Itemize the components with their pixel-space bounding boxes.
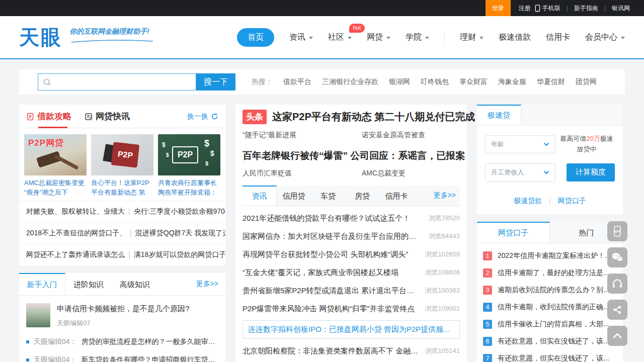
hot-search-link[interactable]: 海象金服 bbox=[498, 77, 526, 86]
sub-headline-link[interactable]: 诺安基金原高管被查 bbox=[362, 131, 425, 140]
tab-p2p-products[interactable]: 网贷口子 bbox=[477, 222, 550, 243]
more-link[interactable]: 更多>> bbox=[434, 191, 456, 200]
nav-academy[interactable]: 学院 bbox=[406, 32, 429, 43]
ranking-item[interactable]: 5 信用卡催收上门的背后真相，大部... bbox=[477, 316, 623, 333]
customer-service-button[interactable] bbox=[607, 274, 627, 294]
tab-p2p-flash-news[interactable]: 网贷快讯 bbox=[85, 111, 130, 122]
ranking-item[interactable]: 6 有还款意愿，但实在没钱还了，该... bbox=[477, 333, 623, 350]
article-row[interactable]: 国家网信办：加大对区块链平台及衍生平台应用的监测力度 浏览64443 bbox=[243, 227, 460, 245]
tab-loan-guide[interactable]: 借款攻略 bbox=[26, 111, 71, 122]
loan-promo-text: 最高可借20万极速放贷中 bbox=[558, 134, 615, 155]
ranking-item[interactable]: 2 信用卡逾期了，最好的处理方法是... bbox=[477, 264, 623, 282]
hot-search-link[interactable]: 借款平台 bbox=[283, 77, 311, 86]
tab-house-loan[interactable]: 房贷 bbox=[345, 186, 379, 206]
app-download-button[interactable]: APP bbox=[607, 221, 627, 241]
nav-community[interactable]: 社区hot bbox=[328, 32, 352, 43]
article-row[interactable]: 2021年还能借钱的贷款平台有哪些？试试这五个！ 浏览78520 bbox=[243, 209, 460, 227]
nav-member-center[interactable]: 会员中心 bbox=[585, 32, 625, 43]
nav-home[interactable]: 首页 bbox=[237, 28, 274, 47]
guide-card-item[interactable]: P2P $ $ $ $ $ 共青农商行原董事长陶燕琴被开除党籍：以 bbox=[158, 134, 220, 198]
article-row[interactable]: 汽车抵押贷款哪里办理？申请汽车抵押贷款需要哪些条件... 浏览101251 bbox=[243, 360, 460, 362]
highlighted-article[interactable]: 连连数字拟科创板IPO：已接盘网易小贷 曾因为P2P提供服... bbox=[243, 320, 460, 339]
register-link[interactable]: 注册 bbox=[519, 4, 531, 13]
nav-credit-card[interactable]: 信用卡 bbox=[546, 32, 570, 43]
guide-link[interactable]: 网贷还不上了轰炸通讯录该怎么 bbox=[26, 250, 125, 258]
guide-link[interactable]: 对赌失败、股权被转让、业绩大 bbox=[26, 207, 125, 215]
ranking-item[interactable]: 1 2022年信用卡逾期立案标准出炉！... bbox=[477, 247, 623, 264]
sub-headline-link[interactable]: 人民币汇率贬值 bbox=[243, 169, 362, 178]
article-row[interactable]: 贵州省新增5家P2P转型或清盘退出 累计退出平台已达47家 浏览100363 bbox=[243, 282, 460, 300]
sub-headline-link[interactable]: “随手记”最新进展 bbox=[243, 131, 362, 140]
back-to-top-button[interactable] bbox=[607, 326, 627, 346]
search-button[interactable]: 搜一下 bbox=[196, 73, 235, 90]
hot-search-link[interactable]: 银湖网 bbox=[389, 77, 410, 86]
guide-link[interactable]: 混进裸贷QQ群7天 我发现了这... bbox=[135, 229, 225, 237]
tab-credit-card[interactable]: 信用卡 bbox=[379, 186, 414, 206]
view-count: 浏览64443 bbox=[429, 232, 460, 241]
wechat-button[interactable] bbox=[607, 247, 627, 267]
p2p-products-link[interactable]: 网贷口子 bbox=[558, 197, 586, 205]
rank-badge: 1 bbox=[483, 251, 492, 260]
nav-fast-loan[interactable]: 极速借款 bbox=[499, 32, 531, 43]
tab-intermediate[interactable]: 进阶知识 bbox=[65, 273, 112, 295]
tab-news[interactable]: 资讯 bbox=[243, 186, 277, 206]
logo[interactable]: 天眼 bbox=[19, 24, 62, 51]
headline-link[interactable]: 这家P2P平台有新动态 第二十八期兑付已完成 bbox=[272, 110, 475, 124]
search-input[interactable] bbox=[54, 74, 196, 90]
ranking-item[interactable]: 7 有还款意愿，但实在没钱还了，该... bbox=[477, 350, 623, 362]
ranking-item[interactable]: 3 逾期后收到法院的传票怎么办？别... bbox=[477, 282, 623, 299]
guide-link[interactable]: 2018不上不查征信的网贷口子、 bbox=[26, 229, 126, 237]
mobile-version-link[interactable]: 手机版 bbox=[535, 4, 560, 13]
chevron-down-icon bbox=[386, 37, 390, 39]
guide-card-caption[interactable]: 良心平台！这家P2P平台有最新动态 第 bbox=[91, 178, 153, 198]
guide-link[interactable]: 央行:三季度小额贷款余额9704 bbox=[134, 207, 225, 215]
login-button[interactable]: 登录 bbox=[486, 0, 511, 16]
mobile-version-label: 手机版 bbox=[542, 4, 560, 13]
ranking-item-title: 信用卡逾期，收到法院传票的正确... bbox=[498, 303, 609, 312]
article-row[interactable]: “互金大佬”覆灭记，家族式商业帝国楼起又楼塌 浏览108606 bbox=[243, 263, 460, 282]
guide-card-item[interactable]: P2P网贷 AMC总裁迎密集变更 “瘦身”潮之后下 bbox=[24, 134, 87, 198]
article-row[interactable]: 再现网贷平台获批转型小贷公司 头部机构难“调头” 浏览102659 bbox=[243, 245, 460, 263]
tab-beginner[interactable]: 新手入门 bbox=[19, 273, 65, 295]
tab-advanced[interactable]: 高级知识 bbox=[112, 273, 158, 295]
topbar: 登录 注册 手机版 | 新手指南 | 银讯网 bbox=[0, 0, 644, 16]
search-input-wrap bbox=[38, 73, 196, 90]
nav-wealth[interactable]: 理财 bbox=[460, 32, 484, 43]
hot-search-link[interactable]: 三湘银行企业存款 bbox=[322, 77, 378, 86]
share-button[interactable] bbox=[607, 300, 627, 320]
hot-search-link[interactable]: 华夏信财 bbox=[537, 77, 565, 86]
guide-card-item[interactable]: P2P 良心平台！这家P2P平台有最新动态 第 bbox=[91, 134, 153, 198]
tab-credit-loan[interactable]: 信用贷 bbox=[277, 186, 311, 206]
dollar-glyph: $ bbox=[162, 141, 166, 148]
sub-headline-link[interactable]: AMC总裁变更 bbox=[362, 169, 406, 178]
knowledge-item[interactable]: 天眼编辑04： 新车贷款条件有哪些？申请招商银行车贷需要... bbox=[19, 351, 225, 362]
fast-loan-link[interactable]: 极速贷款 bbox=[514, 197, 542, 205]
more-link[interactable]: 更多>> bbox=[196, 280, 218, 289]
tab-car-loan[interactable]: 车贷 bbox=[311, 186, 345, 206]
refresh-button[interactable]: 换一换 bbox=[187, 112, 218, 121]
headline-link[interactable]: 百年老牌银行被传“爆雷” 公司回应：系谣言，已报案 bbox=[243, 149, 460, 162]
rank-badge: 6 bbox=[483, 337, 492, 346]
newbie-guide-link[interactable]: 新手指南 bbox=[574, 4, 598, 13]
article-row[interactable]: 北京朝阳检察院：非法集资类案件数居高不下 金融犯罪黑... 浏览105141 bbox=[243, 342, 460, 360]
ranking-item[interactable]: 4 信用卡逾期，收到法院传票的正确... bbox=[477, 299, 623, 316]
guide-link[interactable]: 满18岁就可以贷款的网贷口子有 bbox=[134, 250, 225, 258]
article-row[interactable]: P2P爆雷带来风险冲击 网贷机构“归零”并非监管终点 浏览109001 bbox=[243, 300, 460, 318]
nav-academy-label: 学院 bbox=[406, 32, 422, 43]
hot-search-link[interactable]: 叮咚钱包 bbox=[421, 77, 449, 86]
yinxun-link[interactable]: 银讯网 bbox=[612, 4, 630, 13]
income-select[interactable]: 月工资收入 bbox=[485, 163, 555, 182]
guide-card-caption[interactable]: AMC总裁迎密集变更 “瘦身”潮之后下 bbox=[24, 178, 87, 198]
knowledge-item[interactable]: 天眼编辑04： 房贷的审批流程是怎样的？一般多久能审批下... bbox=[19, 333, 225, 351]
nav-news[interactable]: 资讯 bbox=[289, 32, 313, 43]
age-select[interactable]: 年龄 bbox=[485, 135, 555, 153]
nav-p2p[interactable]: 网贷 bbox=[367, 32, 390, 43]
calculate-quota-button[interactable]: 计算额度 bbox=[567, 163, 615, 182]
rank-badge: 3 bbox=[483, 286, 492, 295]
feature-article[interactable]: 申请信用卡频频被拒，是不是几个原因? 天眼编辑07 bbox=[19, 296, 225, 333]
tab-fast-loan[interactable]: 极速贷 bbox=[477, 105, 521, 125]
guide-card-caption[interactable]: 共青农商行原董事长陶燕琴被开除党籍：以 bbox=[158, 178, 220, 198]
dollar-glyph: $ bbox=[205, 160, 208, 166]
hot-search-link[interactable]: 掌众财富 bbox=[459, 77, 488, 86]
hot-search-link[interactable]: 团贷网 bbox=[576, 77, 597, 86]
